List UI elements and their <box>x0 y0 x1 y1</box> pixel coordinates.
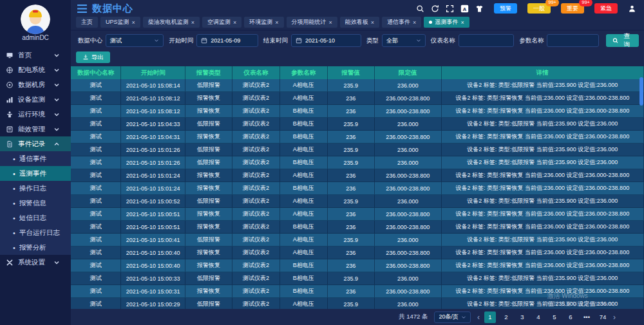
sidebar-item[interactable]: 能效管理 <box>0 122 71 136</box>
table-cell: 低限报警 <box>185 156 232 169</box>
refresh-icon[interactable] <box>431 5 439 13</box>
table-cell: 236.000 <box>375 195 442 208</box>
alert-button[interactable]: 预警 <box>494 3 517 14</box>
table-row[interactable]: 测试2021-05-10 15:01:24报警恢复测试仪表2B相电压236236… <box>71 182 644 195</box>
table-cell: 测试 <box>71 195 121 208</box>
table-cell: 设备2 标签: 类型:低限报警 当前值:235.900 设定值:236.000 <box>442 79 644 92</box>
page-button[interactable]: 2 <box>500 311 512 323</box>
page-button[interactable]: 3 <box>516 311 528 323</box>
table-row[interactable]: 测试2021-05-10 15:00:52低限报警测试仪表2A相电压235.92… <box>71 195 644 208</box>
table-cell: A相电压 <box>280 208 328 221</box>
table-row[interactable]: 测试2021-05-10 15:01:24报警恢复测试仪表2A相电压236236… <box>71 169 644 182</box>
fullscreen-icon[interactable] <box>446 5 454 13</box>
translate-icon[interactable]: A <box>460 5 469 13</box>
tab[interactable]: 遥测事件× <box>424 17 469 28</box>
end-date-input[interactable]: 2021-05-10 <box>291 34 361 47</box>
page-button[interactable]: ••• <box>581 311 592 323</box>
table-row[interactable]: 测试2021-05-10 15:00:40报警恢复测试仪表2B相电压236236… <box>71 259 644 272</box>
sidebar-subitem[interactable]: •报警分析 <box>0 240 71 255</box>
table-row[interactable]: 测试2021-05-10 15:00:31报警恢复测试仪表2B相电压236236… <box>71 285 644 298</box>
table-row[interactable]: 测试2021-05-10 15:00:40报警恢复测试仪表2A相电压236236… <box>71 246 644 259</box>
tab[interactable]: 分项用能统计× <box>287 17 337 28</box>
page-button[interactable]: 74 <box>597 311 609 323</box>
table-cell: 236 <box>328 246 375 259</box>
tab-close-icon[interactable]: × <box>413 19 416 26</box>
tab[interactable]: UPS监测× <box>100 17 140 28</box>
table-row[interactable]: 测试2021-05-10 15:08:12报警恢复测试仪表2B相电压236236… <box>71 105 644 118</box>
sidebar-subitem[interactable]: •通信事件 <box>0 151 71 166</box>
start-date-input[interactable]: 2021-05-09 <box>196 34 258 47</box>
query-button[interactable]: 查询 <box>606 34 639 47</box>
table-cell: 低限报警 <box>185 79 232 92</box>
sidebar-subitem[interactable]: •报警信息 <box>0 196 71 210</box>
theme-icon[interactable] <box>475 5 484 13</box>
avatar[interactable] <box>21 5 50 34</box>
total-count: 共 1472 条 <box>399 313 428 321</box>
sidebar-item[interactable]: 数据机房 <box>0 77 71 92</box>
table-row[interactable]: 测试2021-05-10 15:00:29低限报警测试仪表2A相电压235.92… <box>71 298 644 309</box>
table-row[interactable]: 测试2021-05-10 15:00:51报警恢复测试仪表2A相电压236236… <box>71 208 644 221</box>
scrollbar-thumb[interactable] <box>639 77 643 106</box>
table-row[interactable]: 测试2021-05-10 15:01:26低限报警测试仪表2B相电压235.92… <box>71 156 644 169</box>
tab[interactable]: 柴油发电机监测× <box>143 17 200 28</box>
table-row[interactable]: 测试2021-05-10 15:04:31报警恢复测试仪表2B相电压236236… <box>71 131 644 144</box>
alert-button[interactable]: 一般99+ <box>527 3 551 14</box>
type-select[interactable]: 全部 <box>382 34 426 47</box>
page-button[interactable]: 5 <box>549 311 560 323</box>
prev-page-arrow[interactable]: ‹ <box>477 313 480 322</box>
page-button[interactable]: 4 <box>533 311 544 323</box>
param-name-input[interactable] <box>551 37 594 44</box>
export-button[interactable]: 导出 <box>76 51 110 63</box>
table-row[interactable]: 测试2021-05-10 15:04:33低限报警测试仪表2B相电压235.92… <box>71 118 644 131</box>
tab-close-icon[interactable]: × <box>275 19 278 26</box>
tab[interactable]: 主页 <box>76 17 98 28</box>
table-cell: 2021-05-10 15:01:24 <box>121 182 185 195</box>
alert-button[interactable]: 重要99+ <box>561 3 584 14</box>
table-cell: B相电压 <box>280 272 328 285</box>
page-button[interactable]: 1 <box>484 311 496 323</box>
meter-name-input[interactable] <box>463 37 510 44</box>
tab[interactable]: 环境监测× <box>244 17 283 28</box>
table-row[interactable]: 测试2021-05-10 15:00:41低限报警测试仪表2A相电压235.92… <box>71 234 644 246</box>
table-cell: 236 <box>328 131 375 144</box>
sidebar-item[interactable]: 设备监测 <box>0 92 71 107</box>
table-cell: 236.000-238.800 <box>375 105 442 118</box>
menu-toggle-icon[interactable] <box>77 5 87 13</box>
table-cell: 测试仪表2 <box>232 246 280 259</box>
sidebar-subitem-label: 操作日志 <box>19 184 46 193</box>
table-row[interactable]: 测试2021-05-10 15:01:26低限报警测试仪表2A相电压235.92… <box>71 144 644 156</box>
search-icon[interactable] <box>416 5 424 13</box>
tab-close-icon[interactable]: × <box>233 19 236 26</box>
sidebar-subitem[interactable]: •遥测事件 <box>0 166 71 181</box>
page-button[interactable]: 6 <box>565 311 576 323</box>
sidebar-subitem[interactable]: •操作日志 <box>0 181 71 196</box>
tab-close-icon[interactable]: × <box>460 19 464 26</box>
tab[interactable]: 空调监测× <box>202 17 242 28</box>
table-row[interactable]: 测试2021-05-10 15:08:12报警恢复测试仪表2A相电压236236… <box>71 92 644 105</box>
tab[interactable]: 通信事件× <box>382 17 421 28</box>
page-size-select[interactable]: 20条/页 <box>434 311 471 323</box>
tab-close-icon[interactable]: × <box>371 19 374 26</box>
tab-close-icon[interactable]: × <box>191 19 194 26</box>
table-cell: 236.000 <box>375 144 442 156</box>
datacenter-select[interactable]: 测试 <box>106 34 164 47</box>
table-row[interactable]: 测试2021-05-10 15:00:51报警恢复测试仪表2B相电压236236… <box>71 221 644 234</box>
user-icon[interactable] <box>628 5 636 13</box>
table-cell: 测试 <box>71 156 121 169</box>
column-header: 开始时间 <box>121 66 185 79</box>
sidebar-subitem[interactable]: •平台运行日志 <box>0 225 71 240</box>
sidebar-subitem[interactable]: •短信日志 <box>0 210 71 225</box>
sidebar-item[interactable]: 运行环境 <box>0 107 71 122</box>
table-row[interactable]: 测试2021-05-10 15:00:33低限报警测试仪表2B相电压235.92… <box>71 272 644 285</box>
alert-button[interactable]: 紧急 <box>594 3 618 14</box>
tab[interactable]: 能效看板× <box>340 17 379 28</box>
sidebar-item[interactable]: 系统设置 <box>0 255 71 270</box>
next-page-arrow[interactable]: › <box>613 313 616 322</box>
tab-close-icon[interactable]: × <box>132 19 135 26</box>
sidebar-item[interactable]: 配电系统 <box>0 62 71 77</box>
tab-close-icon[interactable]: × <box>329 19 332 26</box>
tab-label: 主页 <box>81 18 93 26</box>
table-row[interactable]: 测试2021-05-10 15:08:14低限报警测试仪表2A相电压235.92… <box>71 79 644 92</box>
sidebar-item[interactable]: 首页 <box>0 48 71 62</box>
sidebar-item[interactable]: 事件记录 <box>0 136 71 151</box>
